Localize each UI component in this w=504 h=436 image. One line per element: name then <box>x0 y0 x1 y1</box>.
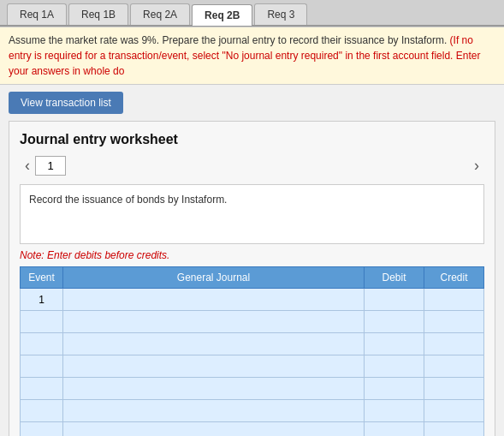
page-number: 1 <box>35 156 66 176</box>
tab-req3[interactable]: Req 3 <box>254 3 307 25</box>
debit-input[interactable] <box>365 355 424 377</box>
worksheet-title: Journal entry worksheet <box>20 132 484 147</box>
nav-row: ‹ 1 › <box>20 156 484 176</box>
general-journal-cell[interactable] <box>63 400 365 422</box>
note-text: Note: Enter debits before credits. <box>20 249 484 261</box>
debit-input[interactable] <box>365 422 424 436</box>
credit-cell[interactable] <box>424 311 484 333</box>
general-journal-cell[interactable] <box>63 311 365 333</box>
next-page-button[interactable]: › <box>469 157 484 175</box>
debit-input[interactable] <box>365 289 424 310</box>
credit-cell[interactable] <box>424 333 484 355</box>
debit-cell[interactable] <box>365 400 424 422</box>
instruction-main-text: Assume the market rate was 9%. Prepare t… <box>9 34 447 46</box>
debit-input[interactable] <box>365 400 424 421</box>
credit-input[interactable] <box>424 355 483 377</box>
general-journal-cell[interactable] <box>63 355 365 378</box>
table-row <box>21 422 484 437</box>
general-journal-cell[interactable] <box>63 333 365 355</box>
table-row <box>21 311 484 333</box>
general-journal-input[interactable] <box>63 378 364 399</box>
view-transactions-button[interactable]: View transaction list <box>9 92 123 114</box>
credit-cell[interactable] <box>424 400 484 422</box>
credit-input[interactable] <box>424 311 483 332</box>
credit-input[interactable] <box>424 422 483 436</box>
worksheet-container: Journal entry worksheet ‹ 1 › Record the… <box>9 121 495 436</box>
debit-cell[interactable] <box>365 333 424 355</box>
debit-cell[interactable] <box>365 289 424 311</box>
event-cell <box>21 355 63 378</box>
general-journal-input[interactable] <box>63 355 364 377</box>
debit-cell[interactable] <box>365 422 424 437</box>
col-header-general-journal: General Journal <box>63 267 365 289</box>
credit-input[interactable] <box>424 378 483 399</box>
event-cell <box>21 422 63 437</box>
general-journal-input[interactable] <box>63 311 364 332</box>
event-cell <box>21 311 63 333</box>
table-row <box>21 378 484 400</box>
table-row <box>21 400 484 422</box>
tabs-bar: Req 1A Req 1B Req 2A Req 2B Req 3 <box>0 0 504 27</box>
credit-input[interactable] <box>424 333 483 355</box>
general-journal-input[interactable] <box>63 289 364 310</box>
credit-cell[interactable] <box>424 422 484 437</box>
general-journal-cell[interactable] <box>63 289 365 311</box>
debit-cell[interactable] <box>365 355 424 378</box>
record-description-text: Record the issuance of bonds by Instafor… <box>29 194 227 206</box>
event-cell <box>21 333 63 355</box>
table-row: 1 <box>21 289 484 311</box>
col-header-debit: Debit <box>365 267 424 289</box>
debit-cell[interactable] <box>365 311 424 333</box>
tab-req2a[interactable]: Req 2A <box>130 3 190 25</box>
credit-input[interactable] <box>424 289 483 310</box>
general-journal-input[interactable] <box>63 333 364 355</box>
record-description-box: Record the issuance of bonds by Instafor… <box>20 184 484 244</box>
credit-input[interactable] <box>424 400 483 421</box>
general-journal-cell[interactable] <box>63 378 365 400</box>
credit-cell[interactable] <box>424 289 484 311</box>
debit-cell[interactable] <box>365 378 424 400</box>
event-cell <box>21 400 63 422</box>
debit-input[interactable] <box>365 311 424 332</box>
general-journal-input[interactable] <box>63 422 364 436</box>
debit-input[interactable] <box>365 333 424 355</box>
general-journal-input[interactable] <box>63 400 364 421</box>
prev-page-button[interactable]: ‹ <box>20 157 35 175</box>
event-cell <box>21 378 63 400</box>
general-journal-cell[interactable] <box>63 422 365 437</box>
credit-cell[interactable] <box>424 378 484 400</box>
credit-cell[interactable] <box>424 355 484 378</box>
col-header-event: Event <box>21 267 63 289</box>
debit-input[interactable] <box>365 378 424 399</box>
instruction-banner: Assume the market rate was 9%. Prepare t… <box>0 27 504 85</box>
table-row <box>21 355 484 378</box>
tab-req1a[interactable]: Req 1A <box>7 3 67 25</box>
col-header-credit: Credit <box>424 267 484 289</box>
tab-req2b[interactable]: Req 2B <box>192 4 252 26</box>
journal-table: Event General Journal Debit Credit 1 <box>20 266 484 436</box>
tab-req1b[interactable]: Req 1B <box>68 3 128 25</box>
table-row <box>21 333 484 355</box>
event-cell: 1 <box>21 289 63 311</box>
